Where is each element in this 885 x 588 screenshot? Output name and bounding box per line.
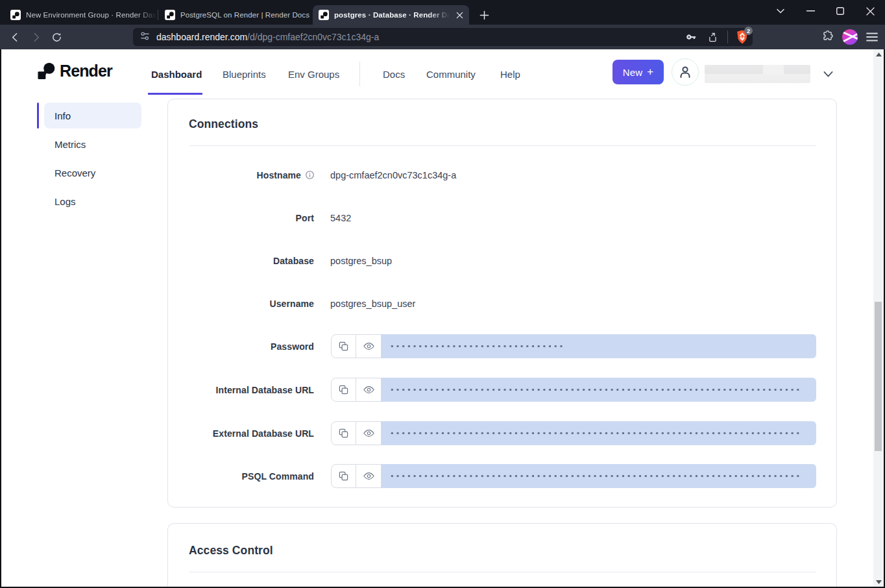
reload-button[interactable]	[49, 29, 64, 45]
reveal-button[interactable]	[356, 334, 382, 358]
info-icon[interactable]	[306, 171, 314, 179]
browser-toolbar: dashboard.render.com/d/dpg-cmfaef2cn0vc7…	[0, 25, 885, 49]
external-url-masked-field[interactable]	[382, 421, 816, 445]
copy-button[interactable]	[331, 378, 356, 402]
account-name-redacted	[705, 65, 810, 83]
page-scrollbar[interactable]	[873, 49, 884, 587]
sidebar-item-recovery[interactable]: Recovery	[44, 160, 141, 186]
new-tab-button[interactable]	[478, 8, 491, 21]
shield-badge-count: 2	[744, 27, 753, 35]
copy-button[interactable]	[331, 464, 356, 488]
tab-postgresql-docs[interactable]: PostgreSQL on Render | Render Docs	[160, 5, 310, 25]
reveal-button[interactable]	[356, 421, 382, 445]
password-key-icon[interactable]	[683, 29, 699, 45]
sidebar-item-info[interactable]: Info	[44, 103, 141, 129]
brave-shield-icon[interactable]: 2	[734, 29, 750, 45]
nav-community[interactable]: Community	[426, 49, 476, 99]
maximize-button[interactable]	[825, 0, 855, 22]
tab-strip: New Environment Group · Render Das Postg…	[0, 0, 885, 25]
scroll-down-arrow[interactable]	[873, 577, 884, 587]
row-internal-url: Internal Database URL	[168, 378, 838, 402]
url-bar-actions: 2	[683, 28, 750, 46]
row-psql-command: PSQL Command	[168, 464, 838, 488]
sidebar-item-logs[interactable]: Logs	[44, 188, 141, 214]
back-button[interactable]	[7, 29, 23, 45]
username-value: postgres_bsup_user	[330, 291, 415, 315]
masked-value	[389, 378, 801, 402]
scroll-up-arrow[interactable]	[873, 49, 884, 59]
row-password: Password	[168, 334, 838, 358]
browser-window: New Environment Group · Render Das Postg…	[0, 0, 885, 588]
external-url-label: External Database URL	[168, 421, 314, 445]
nav-help[interactable]: Help	[500, 49, 520, 99]
render-logo[interactable]: Render	[38, 62, 112, 80]
tab-title: PostgreSQL on Render | Render Docs	[180, 11, 309, 19]
profile-avatar[interactable]	[842, 29, 858, 45]
user-avatar-button[interactable]	[672, 58, 699, 86]
row-port: Port 5432	[168, 206, 838, 230]
scrollbar-thumb[interactable]	[875, 302, 882, 451]
tab-postgres-database-active[interactable]: postgres · Database · Render Da	[313, 5, 469, 25]
row-database: Database postgres_bsup	[168, 249, 838, 273]
row-hostname: Hostname dpg-cmfaef2cn0vc73c1c34g-a	[168, 163, 838, 187]
masked-value	[389, 334, 564, 358]
url-domain: dashboard.render.com	[156, 32, 247, 42]
password-masked-field[interactable]	[382, 334, 816, 358]
access-control-title: Access Control	[189, 544, 273, 557]
tab-search-icon[interactable]	[766, 0, 795, 22]
close-window-button[interactable]	[855, 0, 885, 22]
url-path: /d/dpg-cmfaef2cn0vc73c1c34g-a	[247, 32, 379, 42]
username-label: Username	[168, 291, 314, 315]
render-dashboard-page: Render Dashboard Blueprints Env Groups D…	[0, 49, 885, 588]
render-favicon	[165, 10, 175, 20]
nav-separator	[359, 62, 360, 86]
active-item-marker	[37, 103, 39, 129]
new-button-label: New	[623, 67, 643, 78]
port-label: Port	[168, 206, 314, 230]
nav-env-groups[interactable]: Env Groups	[288, 49, 339, 99]
divider	[189, 572, 816, 572]
row-username: Username postgres_bsup_user	[168, 291, 838, 315]
nav-blueprints[interactable]: Blueprints	[223, 49, 266, 99]
masked-value	[389, 464, 801, 488]
tab-title: New Environment Group · Render Das	[26, 11, 157, 19]
person-icon	[677, 64, 693, 80]
tab-title: postgres · Database · Render Da	[334, 11, 450, 19]
copy-button[interactable]	[331, 421, 356, 445]
toolbar-separator	[727, 31, 728, 43]
render-favicon	[10, 10, 21, 20]
menu-icon[interactable]	[866, 32, 878, 42]
tab-close-icon[interactable]	[454, 9, 465, 21]
minimize-button[interactable]	[795, 0, 825, 22]
connections-title: Connections	[189, 117, 258, 131]
new-button[interactable]: New +	[612, 60, 664, 84]
url-bar[interactable]: dashboard.render.com/d/dpg-cmfaef2cn0vc7…	[133, 28, 753, 46]
reveal-button[interactable]	[356, 378, 382, 402]
nav-dashboard[interactable]: Dashboard	[151, 49, 202, 99]
share-icon[interactable]	[705, 29, 721, 45]
psql-masked-field[interactable]	[382, 464, 816, 488]
tab-new-environment-group[interactable]: New Environment Group · Render Das	[6, 5, 157, 25]
database-value: postgres_bsup	[330, 249, 392, 273]
tab-divider	[158, 10, 158, 20]
reveal-button[interactable]	[356, 464, 382, 488]
psql-secret-group	[331, 464, 816, 488]
site-settings-icon[interactable]	[140, 31, 150, 43]
render-wordmark: Render	[60, 62, 112, 80]
nav-docs[interactable]: Docs	[383, 49, 405, 99]
copy-button[interactable]	[331, 334, 356, 358]
active-nav-underline	[148, 93, 202, 95]
extensions-icon[interactable]	[821, 30, 834, 45]
sidebar-item-metrics[interactable]: Metrics	[44, 131, 141, 157]
password-secret-group	[331, 334, 816, 358]
internal-url-masked-field[interactable]	[382, 378, 816, 402]
internal-url-label: Internal Database URL	[168, 378, 314, 402]
divider	[189, 145, 816, 146]
account-chevron-icon[interactable]	[823, 68, 833, 80]
database-label: Database	[168, 249, 314, 273]
psql-command-label: PSQL Command	[168, 464, 314, 488]
external-url-secret-group	[331, 421, 816, 445]
masked-value	[389, 421, 801, 445]
internal-url-secret-group	[331, 378, 816, 402]
forward-button[interactable]	[28, 29, 43, 45]
